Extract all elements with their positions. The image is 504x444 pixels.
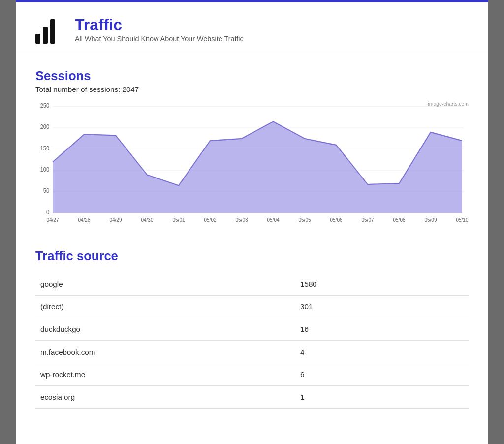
header: Traffic All What You Should Know About Y… — [16, 2, 488, 54]
logo-icon — [35, 14, 65, 44]
logo-bar-large — [50, 19, 55, 44]
svg-text:04/27: 04/27 — [47, 217, 59, 222]
svg-text:05/06: 05/06 — [330, 217, 343, 222]
sessions-subtitle: Total number of sessions: 2047 — [35, 85, 469, 93]
table-row: ecosia.org1 — [35, 386, 469, 409]
svg-text:04/28: 04/28 — [78, 217, 91, 222]
traffic-source-section: Traffic source google1580(direct)301duck… — [35, 249, 469, 409]
svg-text:05/07: 05/07 — [362, 217, 374, 222]
table-row: m.facebook.com4 — [35, 341, 469, 363]
table-row: google1580 — [35, 273, 469, 296]
svg-text:05/04: 05/04 — [267, 217, 280, 222]
svg-text:150: 150 — [40, 145, 49, 151]
source-count: 1 — [295, 386, 469, 409]
sessions-chart-container: image-charts.com 250 200 150 100 50 0 — [35, 101, 469, 229]
main-content: Sessions Total number of sessions: 2047 … — [16, 54, 488, 428]
source-name: m.facebook.com — [35, 341, 295, 363]
svg-text:05/08: 05/08 — [393, 217, 406, 222]
source-count: 1580 — [295, 273, 469, 296]
source-count: 4 — [295, 341, 469, 363]
app-title: Traffic — [75, 16, 244, 34]
svg-text:100: 100 — [40, 167, 49, 173]
header-text: Traffic All What You Should Know About Y… — [75, 16, 244, 43]
svg-text:05/02: 05/02 — [204, 217, 217, 222]
logo-bar-small — [35, 34, 40, 44]
source-count: 301 — [295, 296, 469, 318]
chart-watermark: image-charts.com — [428, 101, 469, 107]
source-count: 16 — [295, 318, 469, 341]
source-count: 6 — [295, 363, 469, 386]
logo-bar-medium — [43, 27, 48, 44]
svg-text:04/30: 04/30 — [141, 217, 154, 222]
svg-text:04/29: 04/29 — [110, 217, 122, 222]
sessions-title: Sessions — [35, 69, 469, 83]
svg-text:05/01: 05/01 — [173, 217, 185, 222]
area-chart: 250 200 150 100 50 0 04/27 04/28 0 — [35, 101, 469, 229]
page-container: Traffic All What You Should Know About Y… — [16, 0, 488, 444]
source-name: google — [35, 273, 295, 296]
table-row: (direct)301 — [35, 296, 469, 318]
svg-text:200: 200 — [40, 124, 49, 130]
source-name: ecosia.org — [35, 386, 295, 409]
svg-text:50: 50 — [43, 188, 49, 194]
svg-text:05/03: 05/03 — [236, 217, 248, 222]
svg-text:05/09: 05/09 — [425, 217, 437, 222]
table-row: duckduckgo16 — [35, 318, 469, 341]
source-name: duckduckgo — [35, 318, 295, 341]
svg-text:250: 250 — [40, 103, 49, 109]
traffic-table: google1580(direct)301duckduckgo16m.faceb… — [35, 273, 469, 409]
svg-text:05/05: 05/05 — [299, 217, 311, 222]
svg-text:05/10: 05/10 — [456, 217, 469, 222]
svg-text:0: 0 — [46, 209, 49, 215]
app-subtitle: All What You Should Know About Your Webs… — [75, 35, 244, 43]
traffic-source-title: Traffic source — [35, 249, 469, 263]
source-name: (direct) — [35, 296, 295, 318]
table-row: wp-rocket.me6 — [35, 363, 469, 386]
source-name: wp-rocket.me — [35, 363, 295, 386]
